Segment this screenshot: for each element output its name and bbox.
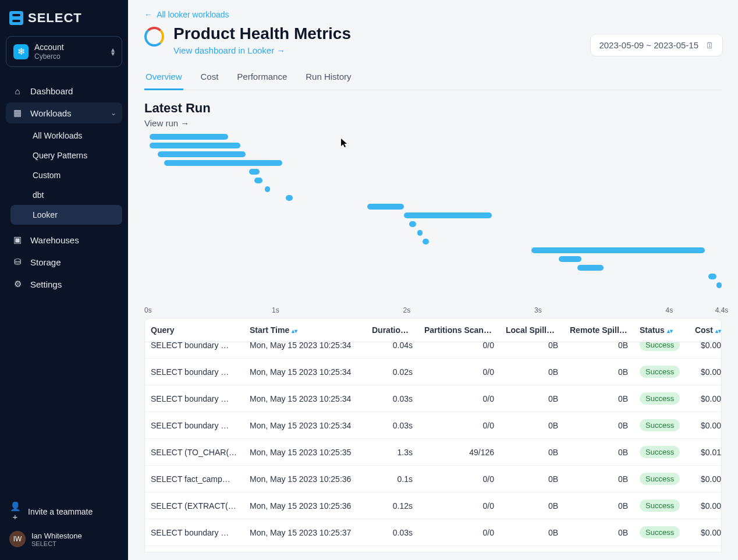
gantt-bar[interactable] [254, 178, 262, 183]
cell-partitions: 0/0 [418, 385, 500, 412]
cell-start-time: Mon, May 15 2023 10:25:34 [244, 385, 366, 412]
cell-duration: 0.12s [366, 492, 418, 519]
cell-local-spillage: 0B [500, 492, 564, 519]
col-duration[interactable]: Duration▴▾ [366, 318, 418, 342]
status-badge: Success [640, 342, 680, 351]
gantt-bar[interactable] [531, 247, 705, 253]
nav-warehouses[interactable]: ▣ Warehouses [6, 229, 122, 250]
home-icon: ⌂ [12, 86, 23, 96]
cell-duration: 0.03s [366, 546, 418, 552]
workloads-icon: ▦ [12, 108, 23, 118]
cell-start-time: Mon, May 15 2023 10:25:34 [244, 342, 366, 359]
col-query[interactable]: Query [145, 318, 244, 342]
gantt-bar[interactable] [158, 151, 246, 157]
nav-sub-all-workloads[interactable]: All Workloads [10, 126, 122, 146]
gantt-bar[interactable] [409, 221, 416, 227]
table-row[interactable]: SELECT fact_camp…Mon, May 15 2023 10:25:… [145, 466, 721, 492]
cell-local-spillage: 0B [500, 359, 564, 385]
gantt-bar[interactable] [716, 282, 722, 288]
table-row[interactable]: SELECT boundary …Mon, May 15 2023 10:25:… [145, 519, 721, 546]
looker-icon [144, 27, 164, 47]
arrow-left-icon: ← [144, 10, 152, 19]
col-start-time[interactable]: Start Time▴▾ [244, 318, 366, 342]
gantt-bar[interactable] [164, 160, 282, 166]
table-row[interactable]: SELECT boundary …Mon, May 15 2023 10:25:… [145, 342, 721, 359]
page-title: Product Health Metrics [173, 24, 351, 43]
col-partitions[interactable]: Partitions Scanned [418, 318, 500, 342]
gantt-bar[interactable] [404, 212, 492, 218]
col-remote-spillage[interactable]: Remote Spillage [564, 318, 634, 342]
view-dashboard-link[interactable]: View dashboard in Looker → [173, 45, 351, 55]
date-range-picker[interactable]: 2023-05-09 ~ 2023-05-15 🗓 [590, 34, 723, 56]
col-local-spillage[interactable]: Local Spillage [500, 318, 564, 342]
tabs: Overview Cost Performance Run History [144, 68, 722, 90]
nav-sub-custom[interactable]: Custom [10, 165, 122, 185]
gantt-bar[interactable] [423, 239, 429, 244]
cell-cost: $0.01 [686, 439, 721, 466]
cell-partitions: 49/126 [418, 439, 500, 466]
nav-settings[interactable]: ⚙ Settings [6, 274, 122, 295]
gantt-canvas [144, 134, 722, 300]
calendar-icon: 🗓 [705, 40, 714, 50]
gantt-bar[interactable] [577, 265, 604, 271]
gantt-bar[interactable] [417, 230, 423, 236]
col-status[interactable]: Status▴▾ [634, 318, 686, 342]
table-row[interactable]: SELECT boundary …Mon, May 15 2023 10:25:… [145, 412, 721, 439]
cell-query: SELECT (TO_CHAR(… [145, 439, 244, 466]
table-header-row: Query Start Time▴▾ Duration▴▾ Partitions… [145, 318, 722, 342]
gantt-bar[interactable] [286, 195, 292, 201]
gantt-bar[interactable] [265, 186, 270, 192]
view-run-link[interactable]: View run → [144, 118, 722, 128]
table-row[interactable]: SELECT boundary …Mon, May 15 2023 10:25:… [145, 385, 721, 412]
gantt-bar[interactable] [559, 256, 581, 262]
table-body-scroll[interactable]: SELECT boundary …Mon, May 15 2023 10:25:… [145, 342, 721, 552]
cell-duration: 1.3s [366, 439, 418, 466]
cell-remote-spillage: 0B [564, 439, 634, 466]
nav-sub-looker[interactable]: Looker [10, 205, 122, 225]
sidebar-footer: 👤+ Invite a teammate IW Ian Whitestone S… [6, 497, 122, 552]
table-row[interactable]: SELECT (EXTRACT(…Mon, May 15 2023 10:25:… [145, 492, 721, 519]
tab-cost[interactable]: Cost [200, 68, 220, 90]
gantt-bar[interactable] [708, 274, 716, 279]
cell-status: Success [634, 492, 686, 519]
table-row[interactable]: SELECT boundary …Mon, May 15 2023 10:25:… [145, 546, 721, 552]
cell-cost: $0.00 [686, 492, 721, 519]
cell-local-spillage: 0B [500, 546, 564, 552]
snowflake-icon: ❄ [13, 44, 29, 59]
invite-teammate[interactable]: 👤+ Invite a teammate [9, 501, 119, 522]
runs-table: Query Start Time▴▾ Duration▴▾ Partitions… [144, 318, 722, 552]
user-menu[interactable]: IW Ian Whitestone SELECT [9, 531, 119, 547]
gantt-chart: 0s1s2s3s4s4.4s [144, 134, 722, 314]
nav-workloads[interactable]: ▦ Workloads ⌄ [6, 102, 122, 123]
gantt-bar[interactable] [367, 204, 404, 210]
updown-icon: ▴▾ [111, 48, 115, 56]
account-switcher[interactable]: ❄ Account Cyberco ▴▾ [6, 36, 122, 67]
storage-icon: ⛁ [12, 257, 23, 267]
nav-sub-dbt[interactable]: dbt [10, 185, 122, 205]
sidebar: SELECT ❄ Account Cyberco ▴▾ ⌂ Dashboard … [0, 0, 128, 560]
col-cost[interactable]: Cost▴▾ [686, 318, 722, 342]
tab-run-history[interactable]: Run History [304, 68, 352, 90]
tab-overview[interactable]: Overview [144, 68, 183, 90]
table-row[interactable]: SELECT boundary …Mon, May 15 2023 10:25:… [145, 359, 721, 385]
cell-remote-spillage: 0B [564, 492, 634, 519]
back-link-label: All looker workloads [157, 10, 229, 19]
tab-performance[interactable]: Performance [236, 68, 288, 90]
cell-duration: 0.1s [366, 466, 418, 492]
nav-storage[interactable]: ⛁ Storage [6, 251, 122, 272]
cell-start-time: Mon, May 15 2023 10:25:37 [244, 546, 366, 552]
axis-tick: 4.4s [715, 306, 729, 314]
axis-tick: 4s [665, 306, 673, 314]
cell-duration: 0.03s [366, 412, 418, 439]
cell-start-time: Mon, May 15 2023 10:25:34 [244, 412, 366, 439]
cell-query: SELECT (EXTRACT(… [145, 492, 244, 519]
gantt-bar[interactable] [249, 169, 260, 175]
nav-sub-query-patterns[interactable]: Query Patterns [10, 146, 122, 165]
user-meta: Ian Whitestone SELECT [31, 531, 82, 547]
nav-dashboard[interactable]: ⌂ Dashboard [6, 81, 122, 101]
brand: SELECT [6, 8, 122, 36]
gantt-bar[interactable] [150, 134, 228, 140]
gantt-bar[interactable] [150, 143, 240, 148]
back-link[interactable]: ← All looker workloads [144, 10, 229, 19]
table-row[interactable]: SELECT (TO_CHAR(…Mon, May 15 2023 10:25:… [145, 439, 721, 466]
